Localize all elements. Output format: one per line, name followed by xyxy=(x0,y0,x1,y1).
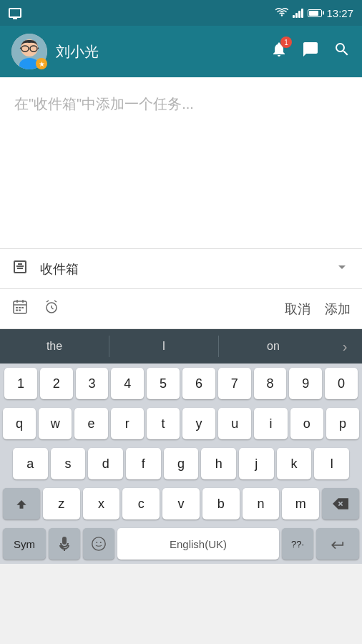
alarm-icon[interactable] xyxy=(43,298,60,319)
key-h[interactable]: h xyxy=(201,448,236,479)
svg-point-27 xyxy=(96,542,97,543)
punctuation-key[interactable]: ??· xyxy=(282,528,313,560)
key-r[interactable]: r xyxy=(111,408,144,439)
key-w[interactable]: w xyxy=(39,408,72,439)
key-t[interactable]: t xyxy=(147,408,180,439)
svg-rect-15 xyxy=(16,307,18,308)
key-d[interactable]: d xyxy=(88,448,123,479)
chevron-right-icon: › xyxy=(343,338,348,355)
key-z[interactable]: z xyxy=(43,488,80,519)
star-icon: ★ xyxy=(39,60,45,68)
key-j[interactable]: j xyxy=(239,448,274,479)
key-e[interactable]: e xyxy=(74,408,107,439)
key-y[interactable]: y xyxy=(182,408,215,439)
status-time: 13:27 xyxy=(326,7,353,19)
key-4[interactable]: 4 xyxy=(111,368,144,399)
shift-key[interactable] xyxy=(3,488,40,519)
key-v[interactable]: v xyxy=(162,488,200,519)
search-button[interactable] xyxy=(333,41,351,62)
svg-line-23 xyxy=(47,301,49,302)
toolbar-row: 取消 添加 xyxy=(0,289,362,329)
avatar-badge: ★ xyxy=(36,58,47,69)
svg-point-0 xyxy=(281,14,283,16)
svg-rect-16 xyxy=(19,307,21,308)
delete-key[interactable] xyxy=(322,488,359,519)
task-input-area[interactable]: 在"收件箱"中添加一个任务... xyxy=(0,77,362,249)
app-header: ★ 刘小光 1 xyxy=(0,26,362,77)
key-o[interactable]: o xyxy=(290,408,323,439)
key-p[interactable]: p xyxy=(326,408,359,439)
svg-rect-17 xyxy=(21,307,24,308)
key-l[interactable]: l xyxy=(314,448,349,479)
svg-rect-25 xyxy=(62,537,67,545)
notification-badge: 1 xyxy=(280,36,292,48)
sym-key[interactable]: Sym xyxy=(3,528,46,560)
key-a[interactable]: a xyxy=(13,448,48,479)
keyboard-row-zxcv: z x c v b n m xyxy=(0,484,362,524)
space-key[interactable]: English(UK) xyxy=(117,528,279,560)
suggestion-on[interactable]: on xyxy=(219,329,328,364)
svg-line-24 xyxy=(54,301,57,302)
key-1[interactable]: 1 xyxy=(4,368,37,399)
key-6[interactable]: 6 xyxy=(182,368,215,399)
key-5[interactable]: 5 xyxy=(147,368,180,399)
enter-key[interactable] xyxy=(316,528,359,560)
keyboard-row-asdf: a s d f g h j k l xyxy=(0,444,362,484)
signal-bars xyxy=(293,8,303,18)
inbox-chevron-icon[interactable] xyxy=(333,258,351,279)
inbox-row[interactable]: 收件箱 xyxy=(0,249,362,289)
key-s[interactable]: s xyxy=(51,448,86,479)
key-8[interactable]: 8 xyxy=(254,368,287,399)
header-icons: 1 xyxy=(270,41,351,62)
svg-point-28 xyxy=(100,542,102,543)
key-c[interactable]: c xyxy=(122,488,160,519)
number-row: 1 2 3 4 5 6 7 8 9 0 xyxy=(0,364,362,404)
toolbar-right: 取消 添加 xyxy=(285,301,351,318)
key-b[interactable]: b xyxy=(202,488,240,519)
svg-rect-19 xyxy=(19,310,21,311)
suggestion-the[interactable]: the xyxy=(0,329,109,364)
svg-point-26 xyxy=(92,537,105,550)
suggestion-i[interactable]: I xyxy=(109,329,218,364)
key-m[interactable]: m xyxy=(282,488,319,519)
suggestions-bar: the I on › xyxy=(0,329,362,364)
key-7[interactable]: 7 xyxy=(218,368,251,399)
key-i[interactable]: i xyxy=(254,408,287,439)
key-9[interactable]: 9 xyxy=(289,368,322,399)
wifi-icon xyxy=(275,7,288,19)
emoji-key[interactable] xyxy=(83,528,114,560)
user-name: 刘小光 xyxy=(56,42,270,62)
key-n[interactable]: n xyxy=(243,488,280,519)
status-bar: 13:27 xyxy=(0,0,362,26)
key-0[interactable]: 0 xyxy=(325,368,358,399)
key-2[interactable]: 2 xyxy=(40,368,73,399)
cancel-button[interactable]: 取消 xyxy=(285,301,310,318)
avatar-container[interactable]: ★ xyxy=(11,34,47,69)
inbox-label: 收件箱 xyxy=(40,260,333,278)
inbox-icon xyxy=(11,258,29,279)
suggestions-expand-button[interactable]: › xyxy=(328,338,362,355)
add-button[interactable]: 添加 xyxy=(325,301,351,318)
keyboard-bottom-row: Sym English(UK) ??· xyxy=(0,524,362,564)
key-x[interactable]: x xyxy=(83,488,120,519)
key-3[interactable]: 3 xyxy=(76,368,109,399)
task-placeholder: 在"收件箱"中添加一个任务... xyxy=(14,96,194,112)
key-f[interactable]: f xyxy=(126,448,161,479)
message-button[interactable] xyxy=(302,41,319,62)
screen-icon xyxy=(9,8,21,18)
key-k[interactable]: k xyxy=(277,448,312,479)
svg-line-22 xyxy=(52,308,54,309)
key-g[interactable]: g xyxy=(164,448,199,479)
svg-rect-18 xyxy=(16,310,18,311)
key-q[interactable]: q xyxy=(3,408,36,439)
key-u[interactable]: u xyxy=(218,408,251,439)
notification-button[interactable]: 1 xyxy=(270,41,288,62)
punctuation-label: ??· xyxy=(291,539,304,550)
keyboard-row-qwerty: q w e r t y u i o p xyxy=(0,404,362,444)
calendar-icon[interactable] xyxy=(11,298,29,319)
microphone-key[interactable] xyxy=(49,528,80,560)
battery-icon xyxy=(308,9,322,17)
toolbar-left xyxy=(11,298,285,319)
